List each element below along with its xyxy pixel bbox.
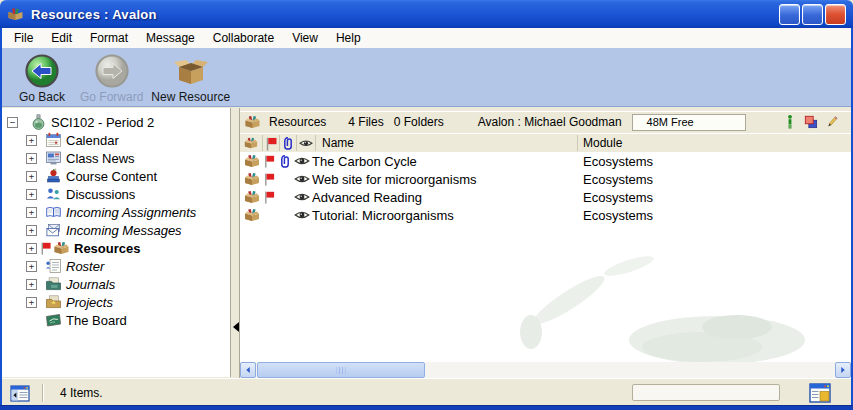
tree-item-course-content[interactable]: +Course Content [2,167,230,185]
tree-label-sci102-period-2[interactable]: SCI102 - Period 2 [51,115,154,130]
tree-item-discussions[interactable]: +Discussions [2,185,230,203]
scroll-left-button[interactable] [240,362,256,378]
title-bar[interactable]: Resources : Avalon [0,0,853,28]
column-divider[interactable] [577,135,578,151]
tree-item-class-news[interactable]: +Class News [2,149,230,167]
panel-toggle-icon[interactable] [10,384,30,403]
resources-box-icon [53,240,70,256]
tree-label-incoming-messages[interactable]: Incoming Messages [66,223,182,238]
resource-row-tutorial-microorganisms[interactable]: Tutorial: MicroorganismsEcosystems [240,206,851,224]
flag-icon [262,154,276,169]
resources-panel: Resources 4 Files 0 Folders Avalon : Mic… [240,108,851,378]
menu-bar: FileEditFormatMessageCollaborateViewHelp [2,28,851,49]
resource-name[interactable]: The Carbon Cycle [312,154,417,169]
layers-icon[interactable] [804,114,818,130]
expander-plus-icon[interactable]: + [26,135,37,146]
expander-minus-icon[interactable]: − [7,117,18,128]
resource-name[interactable]: Web site for microorganisms [312,172,476,187]
tree-item-journals[interactable]: +Journals [2,275,230,293]
resources-box-icon [244,136,258,150]
scrollbar-track[interactable] [256,362,835,378]
scroll-right-button[interactable] [835,362,851,378]
window-title: Resources : Avalon [31,7,157,22]
window-controls [779,4,846,25]
tree-item-resources[interactable]: +Resources [2,239,230,257]
expander-plus-icon[interactable]: + [26,207,37,218]
status-bar: 4 Items. [2,378,851,407]
layout-icon[interactable] [808,382,832,404]
toolbar: Go BackGo ForwardNew Resource [2,48,851,107]
tree-label-roster[interactable]: Roster [66,259,104,274]
eye-icon [294,155,310,167]
tree-label-calendar[interactable]: Calendar [66,133,119,148]
column-paperclip-icon[interactable] [280,135,297,151]
column-eye-icon[interactable] [297,135,316,151]
roster-icon [45,258,62,274]
resources-box-icon [244,114,261,130]
expander-plus-icon[interactable]: + [26,171,37,182]
go-forward-button[interactable]: Go Forward [76,53,147,104]
resources-box-icon [244,153,260,169]
eye-icon [294,209,310,221]
new-resource-button[interactable]: New Resource [147,53,234,104]
eye-icon [294,173,310,185]
column-module[interactable]: Module [583,136,622,150]
menu-edit[interactable]: Edit [42,29,81,47]
tree-label-resources[interactable]: Resources [74,241,140,256]
resource-row-web-site-for-microorganisms[interactable]: Web site for microorganismsEcosystems [240,170,851,188]
tree-label-journals[interactable]: Journals [66,277,115,292]
expander-plus-icon[interactable]: + [26,189,37,200]
paperclip-icon [281,136,295,150]
minimize-button[interactable] [779,4,800,25]
resource-row-advanced-reading[interactable]: Advanced ReadingEcosystems [240,188,851,206]
column-name[interactable]: Name [322,136,354,150]
pencil-icon[interactable] [825,114,839,130]
tree-item-sci102-period-2[interactable]: −SCI102 - Period 2 [2,113,230,131]
tree-label-incoming-assignments[interactable]: Incoming Assignments [66,205,196,220]
board-icon [45,312,62,328]
tree-item-projects[interactable]: +Projects [2,293,230,311]
menu-message[interactable]: Message [137,29,204,47]
panel-splitter[interactable] [231,108,240,378]
scrollbar-thumb[interactable] [257,362,425,378]
horizontal-scrollbar[interactable] [240,362,851,378]
person-icon[interactable] [783,114,797,130]
course-tree-panel: −SCI102 - Period 2+Calendar+Class News+C… [2,108,231,377]
expander-plus-icon[interactable]: + [26,243,37,254]
column-flag-icon[interactable] [263,135,280,151]
expander-plus-icon[interactable]: + [26,225,37,236]
menu-file[interactable]: File [5,29,42,47]
menu-format[interactable]: Format [81,29,137,47]
column-resources-box-icon[interactable] [240,135,263,151]
tree-item-roster[interactable]: +Roster [2,257,230,275]
resource-module: Ecosystems [583,154,653,169]
expander-plus-icon[interactable]: + [26,261,37,272]
tree-label-course-content[interactable]: Course Content [66,169,157,184]
splitter-collapse-icon[interactable] [233,322,239,332]
tree-label-class-news[interactable]: Class News [66,151,135,166]
close-button[interactable] [825,4,846,25]
flag-placeholder [262,208,276,223]
resource-name[interactable]: Tutorial: Microorganisms [312,208,454,223]
tree-item-the-board[interactable]: The Board [2,311,230,329]
maximize-button[interactable] [802,4,823,25]
go-back-button[interactable]: Go Back [8,53,76,104]
resource-name[interactable]: Advanced Reading [312,190,422,205]
window-border-bottom [0,405,853,410]
tree-item-incoming-assignments[interactable]: +Incoming Assignments [2,203,230,221]
resource-row-the-carbon-cycle[interactable]: The Carbon CycleEcosystems [240,152,851,170]
go-forward-icon [94,53,130,89]
menu-collaborate[interactable]: Collaborate [204,29,283,47]
owner-label: Avalon : Michael Goodman [478,115,622,129]
expander-plus-icon[interactable]: + [26,153,37,164]
expander-plus-icon[interactable]: + [26,297,37,308]
tree-label-projects[interactable]: Projects [66,295,113,310]
expander-plus-icon[interactable]: + [26,279,37,290]
tree-label-discussions[interactable]: Discussions [66,187,135,202]
tree-label-the-board[interactable]: The Board [66,313,127,328]
tree-item-calendar[interactable]: +Calendar [2,131,230,149]
tree-item-incoming-messages[interactable]: +Incoming Messages [2,221,230,239]
menu-view[interactable]: View [283,29,327,47]
menu-help[interactable]: Help [327,29,370,47]
app-window: Resources : Avalon FileEditFormatMessage… [0,0,853,410]
